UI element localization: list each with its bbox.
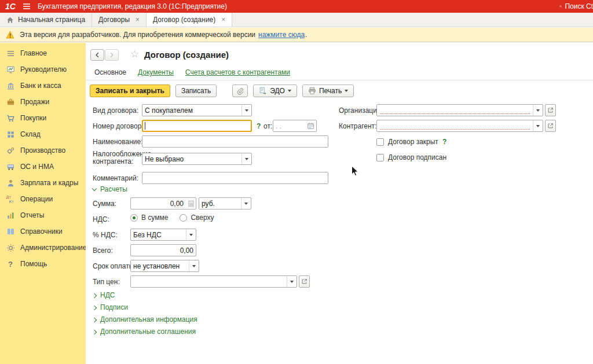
counterparty-open-button[interactable] <box>545 120 556 132</box>
dropdown-arrow-icon[interactable] <box>241 105 251 116</box>
contract-form: ☆ Договор (создание) Основное Документы … <box>86 43 593 364</box>
name-input[interactable] <box>142 135 328 148</box>
amount-label: Сумма: <box>93 200 116 208</box>
vat-rate-select[interactable]: Без НДС <box>130 229 196 241</box>
nav-tab-osnovnoe[interactable]: Основное <box>94 68 126 76</box>
contract-signed-row: Договор подписан <box>376 153 446 161</box>
price-type-open-button[interactable] <box>299 275 310 288</box>
monitor-chart-icon <box>6 65 15 74</box>
section-podpisi[interactable]: Подписи <box>93 303 128 311</box>
tab-dogovory[interactable]: Договоры × <box>92 13 147 27</box>
nav-link-dokumenty[interactable]: Документы <box>138 68 174 76</box>
calculator-icon[interactable] <box>186 198 196 209</box>
save-close-button[interactable]: Записать и закрыть <box>90 84 170 97</box>
close-icon[interactable]: × <box>221 16 225 24</box>
section-nds[interactable]: НДС <box>93 291 115 299</box>
svg-text:Кт: Кт <box>9 200 14 204</box>
attach-button[interactable] <box>232 84 248 97</box>
date-from-label: от: <box>263 122 272 130</box>
date-from-input[interactable]: . . <box>273 120 317 132</box>
contract-type-label: Вид договора: <box>93 106 138 115</box>
contract-closed-checkbox[interactable] <box>376 138 384 146</box>
gear-icon <box>6 243 15 252</box>
dropdown-arrow-icon[interactable] <box>186 229 196 240</box>
dropdown-arrow-icon[interactable] <box>189 260 199 271</box>
sidebar-item-prodazhi[interactable]: Продажи <box>0 94 86 110</box>
section-raschety[interactable]: Расчеты <box>93 185 127 193</box>
question-icon: ? <box>6 259 15 269</box>
print-button[interactable]: Печать <box>302 84 354 97</box>
contract-number-help[interactable]: ? <box>257 122 261 130</box>
dropdown-arrow-icon[interactable] <box>533 105 543 116</box>
section-dop-soglasheniya[interactable]: Дополнительные соглашения <box>93 328 196 336</box>
paperclip-icon <box>236 87 244 95</box>
contract-signed-checkbox[interactable] <box>376 154 384 161</box>
sidebar-item-spravochniki[interactable]: Справочники <box>0 223 86 240</box>
sidebar-item-pokupki[interactable]: Покупки <box>0 110 86 126</box>
price-type-select[interactable] <box>130 275 297 288</box>
dropdown-arrow-icon[interactable] <box>241 198 251 209</box>
amount-input[interactable]: 0,00 <box>130 197 196 209</box>
global-search[interactable]: Поиск Ct <box>556 0 593 13</box>
sidebar-item-glavnoe[interactable]: Главное <box>0 45 86 61</box>
organization-open-button[interactable] <box>545 104 556 116</box>
organization-select[interactable] <box>376 104 543 116</box>
currency-select[interactable]: руб. <box>199 197 251 209</box>
favorite-star-icon[interactable]: ☆ <box>130 48 139 60</box>
vat-radio-group: В сумме Сверху <box>130 214 214 222</box>
grid-icon <box>6 130 15 139</box>
sidebar-item-otchety[interactable]: Отчеты <box>0 207 86 223</box>
comment-label: Комментарий: <box>93 174 138 182</box>
sidebar-item-sklad[interactable]: Склад <box>0 126 86 142</box>
contract-number-input[interactable] <box>142 120 252 132</box>
save-button[interactable]: Записать <box>175 84 217 97</box>
tab-home[interactable]: Начальная страница <box>0 13 92 27</box>
tab-dogovor-sozdanie[interactable]: Договор (создание) × <box>147 13 232 27</box>
window-titlebar: 1С Бухгалтерия предприятия, редакция 3.0… <box>0 0 593 13</box>
bank-icon <box>6 81 15 90</box>
dropdown-arrow-icon[interactable] <box>533 120 543 131</box>
back-button[interactable] <box>90 49 104 61</box>
sidebar-item-administrirovanie[interactable]: Администрирование <box>0 240 86 256</box>
sidebar-item-zarplata-i-kadry[interactable]: Зарплата и кадры <box>0 175 86 191</box>
chevron-down-icon <box>345 90 348 92</box>
radio-v-summe[interactable] <box>130 214 138 222</box>
total-label: Всего: <box>93 247 113 255</box>
contract-closed-help[interactable]: ? <box>442 138 446 146</box>
taxation-label: Налогообложение контрагента: <box>93 150 142 166</box>
radio-sverhu[interactable] <box>180 214 187 222</box>
chevron-right-icon <box>92 317 97 322</box>
sidebar-item-proizvodstvo[interactable]: Производство <box>0 142 86 159</box>
dev-version-banner: Эта версия для разработчиков. Для приобр… <box>0 28 593 42</box>
1c-logo: 1С <box>5 2 16 11</box>
nav-link-scheta-raschetov[interactable]: Счета расчетов с контрагентами <box>185 68 290 76</box>
contract-type-select[interactable]: С покупателем <box>142 104 252 116</box>
chevron-down-icon <box>288 90 291 92</box>
taxation-select[interactable]: Не выбрано <box>142 153 252 165</box>
buy-version-link[interactable]: нажмите сюда <box>258 31 305 39</box>
sidebar-item-rukovoditelyu[interactable]: Руководителю <box>0 61 86 78</box>
calendar-icon[interactable] <box>305 120 316 131</box>
window-title: Бухгалтерия предприятия, редакция 3.0 (1… <box>38 2 227 10</box>
sidebar-item-operacii[interactable]: ДтКт Операции <box>0 191 86 207</box>
counterparty-select[interactable] <box>376 120 543 132</box>
total-input[interactable]: 0,00 <box>130 244 196 256</box>
vat-rate-label: % НДС: <box>93 231 118 239</box>
page-title: Договор (создание) <box>144 50 229 60</box>
close-icon[interactable]: × <box>136 16 140 24</box>
open-icon <box>547 123 554 129</box>
section-dop-informaciya[interactable]: Дополнительная информация <box>93 315 197 323</box>
tab-label: Начальная страница <box>18 16 85 24</box>
cart-icon <box>6 113 15 123</box>
sidebar-item-bank-i-kassa[interactable]: Банк и касса <box>0 78 86 94</box>
edo-button[interactable]: ЭДО <box>253 84 297 97</box>
sidebar-item-os-i-nma[interactable]: ОС и НМА <box>0 159 86 175</box>
sidebar-item-pomosch[interactable]: ? Помощь <box>0 256 86 272</box>
comment-input[interactable] <box>142 172 328 184</box>
dropdown-arrow-icon[interactable] <box>287 276 296 287</box>
tab-bar: Начальная страница Договоры × Договор (с… <box>0 13 593 27</box>
payment-due-select[interactable]: не установлен <box>130 260 199 272</box>
main-menu-button[interactable] <box>23 3 31 10</box>
dropdown-arrow-icon[interactable] <box>241 153 251 164</box>
forward-button[interactable] <box>105 49 119 61</box>
